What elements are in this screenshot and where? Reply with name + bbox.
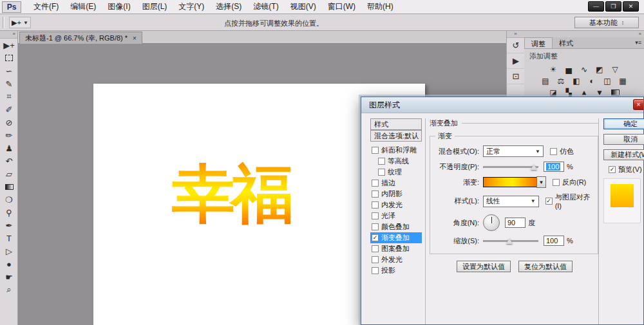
checkbox[interactable] [372,147,379,154]
dither-option[interactable]: 仿色 [550,147,574,156]
color-lookup-icon[interactable]: ▦ [618,77,628,86]
checkbox[interactable] [378,158,385,165]
gradient-picker-arrow[interactable]: ▼ [536,176,546,188]
align-checkbox[interactable]: ✓ [545,198,553,205]
dock-collapse-icon[interactable]: » [507,31,524,38]
style-item-pattern-overlay[interactable]: 图案叠加 [370,243,422,254]
ok-button[interactable]: 确定 [603,118,644,129]
menu-filter[interactable]: 滤镜(T) [247,0,284,14]
set-default-button[interactable]: 设置为默认值 [457,261,511,272]
maximize-button[interactable]: ❐ [605,1,621,12]
style-item-inner-glow[interactable]: 内发光 [370,200,422,210]
style-item-bevel-emboss[interactable]: 斜面和浮雕 [370,145,422,156]
gradient-map-icon[interactable] [610,88,620,97]
style-item-inner-shadow[interactable]: 内阴影 [370,189,422,200]
workspace-switcher[interactable]: 基本功能 ↕ [574,17,639,28]
style-item-outer-glow[interactable]: 外发光 [370,254,422,265]
preview-checkbox[interactable]: ✓ [609,166,616,173]
curves-icon[interactable]: ∿ [579,65,589,74]
menu-window[interactable]: 窗口(W) [322,0,361,14]
checkbox[interactable]: ✓ [372,234,379,241]
tab-styles[interactable]: 样式 [553,37,580,48]
menu-help[interactable]: 帮助(H) [361,0,399,14]
clone-stamp-tool[interactable]: ♟ [0,142,18,154]
move-tool[interactable]: ▶+ [0,39,18,51]
eraser-tool[interactable]: ▱ [0,167,18,180]
style-item-gradient-overlay[interactable]: ✓渐变叠加 [370,232,422,243]
opacity-slider-thumb[interactable] [531,164,537,170]
dialog-title-bar[interactable]: 图层样式 × [361,97,643,113]
hue-saturation-icon[interactable]: ▤ [540,77,551,86]
color-balance-icon[interactable]: ⚖ [556,77,566,86]
eyedropper-tool[interactable]: ✐ [0,103,18,116]
rectangular-marquee-tool[interactable] [0,51,18,64]
black-white-icon[interactable]: ◧ [571,77,582,86]
path-selection-tool[interactable]: ▷ [0,245,18,257]
checkbox[interactable] [372,180,379,187]
checkbox[interactable] [372,256,379,263]
vibrance-icon[interactable]: ▽ [610,65,620,74]
panel-menu-icon[interactable]: ▾≡ [635,39,641,46]
selective-color-icon[interactable]: ▼ [594,88,605,97]
preview-option[interactable]: ✓ 预览(V) [609,165,644,174]
healing-brush-tool[interactable]: ⊘ [0,116,18,129]
reset-default-button[interactable]: 复位为默认值 [518,261,573,272]
document-tab[interactable]: 未标题-1 @ 66.7% (幸, RGB/8) * × [19,32,142,44]
lasso-tool[interactable]: ∽ [0,64,18,77]
dodge-tool[interactable]: ⚲ [0,206,18,219]
tab-close-icon[interactable]: × [133,35,137,42]
clone-source-panel-icon[interactable]: ⊡ [507,69,525,84]
blur-tool[interactable]: ❍ [0,193,18,206]
history-panel-icon[interactable]: ↺ [507,38,525,53]
style-item-drop-shadow[interactable]: 投影 [370,265,422,276]
gradient-swatch[interactable] [483,177,537,187]
style-item-color-overlay[interactable]: 颜色叠加 [370,221,422,232]
dialog-close-button[interactable]: × [633,99,643,110]
photo-filter-icon[interactable]: ◐ [587,77,597,86]
opacity-value[interactable]: 100 [544,162,564,172]
menu-select[interactable]: 选择(S) [210,0,247,14]
scale-slider[interactable] [483,236,538,245]
scale-value[interactable]: 100 [544,236,564,246]
scale-slider-thumb[interactable] [506,238,513,244]
dither-checkbox[interactable] [550,148,557,155]
checkbox[interactable] [372,245,379,252]
tools-collapse-icon[interactable]: » [0,31,17,39]
align-with-layer-option[interactable]: ✓ 与图层对齐(I) [545,192,592,210]
new-style-button[interactable]: 新建样式(W) [603,149,644,160]
minimize-button[interactable]: — [588,1,604,12]
menu-file[interactable]: 文件(F) [28,0,64,14]
exposure-icon[interactable]: ◩ [594,65,605,74]
checkbox[interactable] [378,169,385,176]
shape-tool[interactable]: ● [0,257,18,270]
move-tool-options[interactable]: ▶+ ▼ [9,17,31,28]
angle-dial[interactable] [483,214,500,231]
tab-adjustments[interactable]: 调整 [524,37,553,48]
style-item-contour[interactable]: 等高线 [370,156,422,167]
pen-tool[interactable]: ✒ [0,219,18,232]
reverse-checkbox[interactable] [553,179,560,186]
opacity-slider[interactable] [483,162,538,171]
zoom-tool[interactable]: ⌕ [0,283,18,296]
brush-tool[interactable]: ✏ [0,129,18,142]
blend-mode-dropdown[interactable]: 正常▼ [483,145,544,157]
chevron-down-icon[interactable]: ▼ [23,20,28,26]
checkbox[interactable] [372,201,379,209]
menu-type[interactable]: 文字(Y) [173,0,210,14]
type-tool[interactable]: T [0,232,18,245]
hand-tool[interactable]: ☛ [0,270,18,283]
checkbox[interactable] [372,212,379,219]
checkbox[interactable] [372,267,379,274]
channel-mixer-icon[interactable]: ◫ [602,77,612,86]
close-button[interactable]: ✕ [623,1,639,12]
brightness-contrast-icon[interactable]: ☀ [548,65,558,74]
style-dropdown[interactable]: 线性▼ [483,196,539,207]
crop-tool[interactable]: ⌗ [0,90,18,103]
style-item-stroke[interactable]: 描边 [370,178,422,189]
posterize-icon[interactable]: ▚ [564,88,574,97]
style-item-texture[interactable]: 纹理 [370,167,422,178]
levels-icon[interactable]: ▅ [564,65,574,74]
cancel-button[interactable]: 取消 [603,134,644,145]
invert-icon[interactable]: ◪ [548,88,558,97]
menu-image[interactable]: 图像(I) [102,0,136,14]
